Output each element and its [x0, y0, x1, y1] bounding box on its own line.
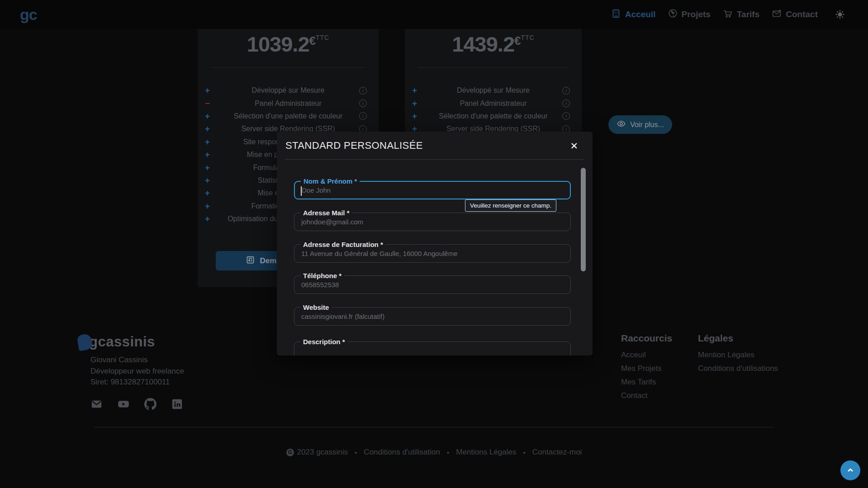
info-icon[interactable]: i	[562, 87, 570, 95]
field-label: Adresse de Facturation *	[300, 241, 386, 248]
field-label: Description *	[300, 338, 348, 346]
globe-icon	[668, 9, 678, 20]
youtube-icon[interactable]	[117, 398, 130, 410]
bottom-link-contact[interactable]: Contactez-moi	[532, 448, 582, 457]
feature-row: +Développé sur Mesurei	[405, 84, 582, 97]
voir-plus-label: Voir plus...	[630, 121, 664, 129]
nav-item-label: Acceuil	[625, 9, 656, 19]
field-label: Nom & Prénom *	[301, 177, 360, 185]
plus-icon: +	[205, 214, 210, 224]
text-caret	[301, 186, 302, 196]
nav-item-label: Projets	[682, 9, 711, 19]
plus-icon: +	[205, 85, 210, 95]
linkedin-icon[interactable]	[171, 398, 183, 410]
nav-item-label: Tarifs	[737, 9, 759, 19]
field-website: Website	[294, 307, 571, 326]
divider	[285, 159, 584, 160]
footer-divider	[94, 427, 774, 427]
bottom-link-mentions[interactable]: Mentions Légales	[456, 448, 516, 457]
brand-name: gcassinis	[89, 334, 155, 350]
website-input[interactable]	[294, 308, 570, 325]
mail-icon	[772, 9, 782, 21]
footer-link-contact[interactable]: Contact	[621, 391, 672, 400]
feature-row: +Sélection d'une palette de couleuri	[405, 110, 582, 123]
close-icon[interactable]: ✕	[570, 141, 578, 151]
footer-link-mentions-legales[interactable]: Mention Légales	[698, 351, 778, 360]
minus-icon: −	[205, 99, 210, 109]
field-nom-prenom: Nom & Prénom *	[294, 181, 571, 199]
field-adresse-facturation: Adresse de Facturation *	[294, 244, 571, 263]
plus-icon: +	[412, 99, 417, 109]
price-suffix: TTC	[521, 34, 535, 41]
footer-column-title: Raccourcis	[621, 333, 672, 344]
nav-item-acceuil[interactable]: Acceuil	[611, 9, 656, 21]
footer-column-title: Légales	[698, 333, 778, 344]
feature-list: +Développé sur Mesurei +Panel Administra…	[405, 84, 582, 136]
bottom-bar: G 2023 gcassinis • Conditions d'utilisat…	[0, 448, 868, 457]
field-description: Description *	[294, 341, 571, 355]
bottom-link-conditions[interactable]: Conditions d'utilisation	[364, 448, 440, 457]
separator-dot: •	[355, 449, 357, 456]
nav-item-tarifs[interactable]: Tarifs	[723, 9, 759, 21]
copyright-icon: G	[286, 449, 294, 456]
divider	[418, 67, 568, 68]
footer-siret: Siret: 98132827100011	[90, 377, 184, 388]
footer-link-acceuil[interactable]: Acceuil	[621, 351, 672, 360]
plus-icon: +	[205, 150, 210, 160]
field-label: Téléphone *	[300, 272, 344, 280]
github-icon[interactable]	[144, 398, 157, 410]
field-telephone: Téléphone *	[294, 275, 571, 294]
feature-row: +Panel Administrateuri	[405, 97, 582, 109]
copyright: G 2023 gcassinis	[286, 448, 348, 457]
separator-dot: •	[523, 449, 526, 456]
plus-icon: +	[205, 201, 210, 211]
voir-plus-button[interactable]: Voir plus...	[608, 115, 672, 134]
price: 1439.2€TTC	[405, 32, 582, 57]
price-currency: €	[309, 34, 316, 47]
plus-icon: +	[205, 124, 210, 134]
site-logo[interactable]: gc	[20, 6, 37, 24]
price-amount: 1039.2	[247, 32, 309, 56]
footer-info: Giovani Cassinis Développeur web freelan…	[90, 355, 184, 388]
nav-item-projets[interactable]: Projets	[668, 9, 711, 20]
info-icon[interactable]: i	[359, 99, 367, 107]
info-icon[interactable]: i	[359, 87, 367, 95]
plus-icon: +	[205, 137, 210, 147]
footer-brand: gcassinis	[78, 334, 155, 350]
field-label: Website	[300, 303, 332, 311]
modal-standard-personalisee: STANDARD PERSONALISÉE ✕ Nom & Prénom * A…	[277, 132, 593, 355]
footer-link-mes-tarifs[interactable]: Mes Tarifs	[621, 378, 672, 387]
nav-menu: Acceuil Projets Tarifs Contact	[611, 9, 848, 21]
nav-item-contact[interactable]: Contact	[772, 9, 818, 21]
feature-row: −Panel Administrateuri	[198, 97, 379, 109]
devis-document-icon	[246, 255, 255, 267]
cart-icon	[723, 9, 733, 21]
theme-toggle-sun-icon[interactable]	[832, 9, 848, 20]
footer-link-conditions[interactable]: Conditions d'utilisations	[698, 364, 778, 373]
plus-icon: +	[412, 111, 417, 121]
page: gc Acceuil Projets Tarifs Contact	[0, 0, 868, 488]
price-suffix: TTC	[316, 34, 329, 41]
plus-icon: +	[205, 175, 210, 185]
eye-icon	[617, 119, 626, 130]
price: 1039.2€TTC	[198, 32, 379, 57]
modal-scrollbar[interactable]	[581, 168, 586, 271]
price-amount: 1439.2	[452, 32, 514, 56]
chevron-up-icon	[845, 465, 855, 476]
plus-icon: +	[205, 111, 210, 121]
divider	[211, 67, 365, 68]
footer-column-legales: Légales Mention Légales Conditions d'uti…	[698, 333, 778, 378]
separator-dot: •	[447, 449, 449, 456]
modal-header: STANDARD PERSONALISÉE ✕	[277, 132, 593, 152]
footer-owner-role: Développeur web freelance	[90, 366, 184, 377]
info-icon[interactable]: i	[562, 99, 570, 107]
building-icon	[611, 9, 621, 21]
navbar: gc Acceuil Projets Tarifs Contact	[0, 0, 868, 29]
feature-row: +Sélection d'une palette de couleuri	[198, 110, 379, 123]
field-adresse-mail: Adresse Mail *	[294, 213, 571, 231]
scroll-to-top-button[interactable]	[840, 460, 860, 480]
modal-title: STANDARD PERSONALISÉE	[285, 140, 423, 152]
mail-icon[interactable]	[90, 398, 103, 410]
price-currency: €	[514, 34, 521, 47]
footer-link-mes-projets[interactable]: Mes Projets	[621, 364, 672, 373]
